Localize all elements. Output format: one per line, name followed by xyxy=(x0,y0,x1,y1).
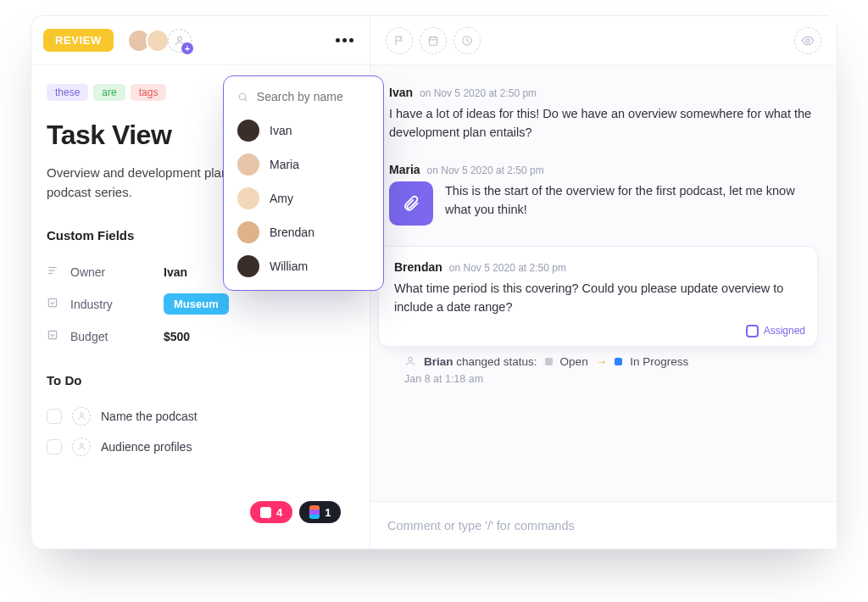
comment: Ivan on Nov 5 2020 at 2:50 pm I have a l… xyxy=(389,86,818,142)
person-option[interactable]: Amy xyxy=(232,181,375,215)
tag[interactable]: tags xyxy=(131,84,167,101)
svg-rect-4 xyxy=(48,298,56,306)
attachment-icon[interactable] xyxy=(389,181,433,226)
add-assignee-button[interactable]: + xyxy=(168,29,192,53)
svg-point-7 xyxy=(80,443,83,447)
comment-author: Brendan xyxy=(394,260,442,274)
search-input[interactable] xyxy=(257,90,370,103)
dropdown-icon xyxy=(47,329,60,344)
compose-input[interactable]: Comment or type '/' for commands xyxy=(370,501,837,549)
todo-heading: To Do xyxy=(47,373,354,387)
person-name: Ivan xyxy=(270,124,292,137)
custom-field-row: Budget $500 xyxy=(47,321,354,353)
status-badge[interactable]: REVIEW xyxy=(43,29,114,52)
svg-point-0 xyxy=(178,36,182,41)
person-name: Brendan xyxy=(270,226,314,239)
custom-field-value[interactable]: Ivan xyxy=(164,265,187,279)
avatar xyxy=(237,255,259,277)
custom-field-name: Budget xyxy=(70,330,164,343)
status-text: changed status: xyxy=(456,355,537,368)
comment-author: Ivan xyxy=(389,86,413,99)
dropdown-icon xyxy=(47,297,60,312)
custom-field-value[interactable]: $500 xyxy=(164,330,190,343)
more-menu-button[interactable] xyxy=(331,27,358,54)
todo-item[interactable]: Audience profiles xyxy=(47,432,354,462)
comment-meta: on Nov 5 2020 at 2:50 pm xyxy=(420,87,537,99)
calendar-button[interactable] xyxy=(420,27,447,54)
avatar[interactable] xyxy=(146,29,170,53)
pill-count: 4 xyxy=(276,506,282,519)
status-actor: Brian xyxy=(424,355,453,368)
assign-icon[interactable] xyxy=(72,407,91,426)
time-button[interactable] xyxy=(453,27,481,54)
comment-meta: on Nov 5 2020 at 2:50 pm xyxy=(449,262,566,274)
svg-rect-5 xyxy=(48,331,56,338)
arrow-icon: → xyxy=(596,355,608,368)
person-option[interactable]: Brendan xyxy=(232,215,375,249)
svg-line-9 xyxy=(245,98,247,100)
checkbox[interactable] xyxy=(47,409,62,424)
assignee-avatars: + xyxy=(127,29,192,53)
flag-button[interactable] xyxy=(386,27,413,54)
people-dropdown[interactable]: Ivan Maria Amy Brendan William xyxy=(223,75,384,291)
custom-field-name: Owner xyxy=(70,265,164,279)
assigned-label: Assigned xyxy=(764,325,805,337)
person-option[interactable]: Ivan xyxy=(232,114,375,148)
invision-pill[interactable]: 4 xyxy=(250,501,292,523)
status-change-entry: Brian changed status: Open → In Progress xyxy=(404,355,818,368)
assigned-toggle[interactable]: Assigned xyxy=(746,325,805,337)
watch-button[interactable] xyxy=(794,27,821,54)
comment-author: Maria xyxy=(389,163,420,176)
todo-item[interactable]: Name the podcast xyxy=(47,401,354,432)
invision-icon xyxy=(260,507,271,518)
person-name: William xyxy=(270,259,308,273)
status-dot-icon xyxy=(615,358,622,365)
search-icon xyxy=(237,91,248,103)
svg-point-8 xyxy=(239,93,245,99)
checkbox-icon xyxy=(746,325,759,337)
avatar xyxy=(237,120,259,142)
figma-pill[interactable]: 1 xyxy=(299,501,341,523)
todo-label: Audience profiles xyxy=(101,440,192,454)
status-timestamp: Jan 8 at 1:18 am xyxy=(404,373,818,385)
text-icon xyxy=(47,265,60,280)
svg-point-16 xyxy=(409,358,413,362)
custom-field-row: Industry Museum xyxy=(47,288,354,321)
plus-icon: + xyxy=(181,42,193,54)
custom-field-name: Industry xyxy=(70,298,164,311)
status-to: In Progress xyxy=(630,355,688,368)
avatar xyxy=(237,187,259,209)
tag[interactable]: these xyxy=(47,84,88,101)
tag[interactable]: are xyxy=(93,84,125,101)
person-option[interactable]: Maria xyxy=(232,148,375,181)
compose-placeholder: Comment or type '/' for commands xyxy=(387,519,575,532)
person-name: Amy xyxy=(270,192,293,205)
user-icon xyxy=(404,355,416,367)
comment: Maria on Nov 5 2020 at 2:50 pm This is t… xyxy=(389,163,818,226)
status-dot-icon xyxy=(545,358,553,365)
assign-icon[interactable] xyxy=(72,438,91,456)
avatar xyxy=(237,153,259,176)
figma-icon xyxy=(309,505,320,519)
comment-card[interactable]: Brendan on Nov 5 2020 at 2:50 pm What ti… xyxy=(378,246,818,347)
pill-count: 1 xyxy=(325,506,331,519)
avatar xyxy=(237,221,259,243)
person-name: Maria xyxy=(270,158,299,171)
status-from: Open xyxy=(560,355,588,368)
custom-field-value[interactable]: Museum xyxy=(164,293,229,315)
person-option[interactable]: William xyxy=(232,249,375,283)
svg-rect-10 xyxy=(429,36,437,44)
comment-body: What time period is this covering? Could… xyxy=(394,279,802,336)
svg-point-15 xyxy=(806,39,810,42)
todo-label: Name the podcast xyxy=(101,410,198,423)
comment-meta: on Nov 5 2020 at 2:50 pm xyxy=(427,164,544,176)
comment-body: This is the start of the overview for th… xyxy=(445,181,818,220)
checkbox[interactable] xyxy=(47,439,62,454)
comment-body: I have a lot of ideas for this! Do we ha… xyxy=(389,104,818,142)
svg-point-6 xyxy=(80,413,83,416)
